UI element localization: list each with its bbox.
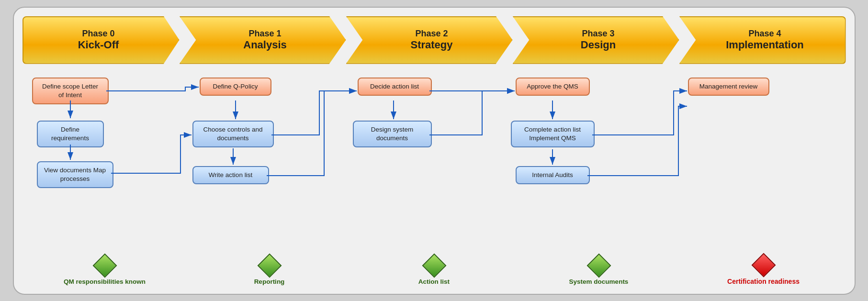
- phase-4-name: Implementation: [726, 39, 804, 51]
- phases-row: Phase 0 Kick-Off Phase 1 Analysis Phase …: [23, 16, 846, 64]
- phase-2-name: Strategy: [410, 39, 452, 51]
- phase-1-name: Analysis: [243, 39, 287, 51]
- milestone-4-label: Certification readiness: [727, 278, 800, 285]
- diamond-3: [586, 253, 611, 278]
- phase-1: Phase 1 Analysis: [180, 16, 346, 64]
- approve-qms-box: Approve the QMS: [516, 78, 590, 96]
- milestone-3-label: System documents: [569, 278, 629, 285]
- define-scope-box: Define scope Letter of Intent: [32, 78, 109, 104]
- decide-action-box: Decide action list: [358, 78, 432, 96]
- phase-2-num: Phase 2: [415, 29, 448, 39]
- phase-3: Phase 3 Design: [513, 16, 679, 64]
- define-req-box: Define requirements: [37, 121, 104, 147]
- diamond-0: [92, 253, 117, 278]
- content-area: Define scope Letter of Intent Define req…: [23, 73, 846, 235]
- diamond-1: [257, 253, 282, 278]
- phase-3-num: Phase 3: [582, 29, 614, 39]
- phase-4-num: Phase 4: [748, 29, 781, 39]
- milestone-3: System documents: [517, 257, 681, 285]
- phase-1-num: Phase 1: [248, 29, 281, 39]
- milestone-2-label: Action list: [418, 278, 450, 285]
- diamond-4: [751, 253, 776, 277]
- milestone-0: QM responsibilities known: [23, 257, 187, 285]
- choose-controls-box: Choose controls and documents: [192, 121, 274, 147]
- diamond-2: [422, 253, 446, 278]
- milestone-2: Action list: [352, 257, 517, 285]
- phase-0-num: Phase 0: [82, 29, 114, 39]
- management-review-box: Management review: [688, 78, 769, 96]
- phase-4: Phase 4 Implementation: [679, 16, 846, 64]
- internal-audits-box: Internal Audits: [516, 166, 590, 184]
- phase-0-name: Kick-Off: [78, 39, 119, 51]
- design-system-box: Design system documents: [353, 121, 432, 147]
- phase-0: Phase 0 Kick-Off: [23, 16, 180, 64]
- complete-action-box: Complete action list Implement QMS: [511, 121, 595, 147]
- milestone-1-label: Reporting: [254, 278, 285, 285]
- view-docs-box: View documents Map processes: [37, 161, 113, 188]
- milestone-4: Certification readiness: [681, 256, 846, 285]
- milestones-row: QM responsibilities known Reporting Acti…: [23, 242, 846, 285]
- phase-2: Phase 2 Strategy: [346, 16, 513, 64]
- phase-3-name: Design: [581, 39, 616, 51]
- main-diagram: Phase 0 Kick-Off Phase 1 Analysis Phase …: [13, 7, 856, 295]
- write-action-box: Write action list: [192, 166, 269, 184]
- flow-arrows: [23, 73, 846, 235]
- milestone-0-label: QM responsibilities known: [64, 278, 146, 285]
- define-qpolicy-box: Define Q-Policy: [200, 78, 271, 96]
- milestone-1: Reporting: [187, 257, 352, 285]
